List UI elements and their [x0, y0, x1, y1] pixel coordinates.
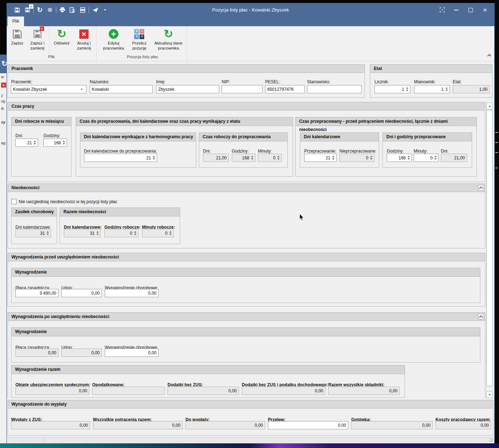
group-wynagrodzenie-po: Wynagrodzenie — [11, 327, 480, 363]
background-fragment: ik — [1, 106, 4, 111]
section-wyplata-header: Wynagrodzenie do wypłaty — [8, 400, 493, 409]
spinner-arrows-icon[interactable] — [331, 154, 335, 162]
spinner-arrows-icon[interactable] — [444, 85, 449, 93]
dni-kalendarzowe-do-przepracowania-spinner[interactable]: 21 — [84, 154, 157, 162]
czas-roboczy-godziny-spinner[interactable]: 168 — [232, 154, 255, 162]
imie-field[interactable]: Zbyszek — [156, 85, 219, 93]
window-controls: × — [435, 3, 492, 17]
save-icon[interactable] — [13, 6, 21, 14]
status-bar-divider — [43, 438, 44, 442]
ribbon-group-caption: Plik — [8, 55, 95, 61]
scroll-up-button[interactable] — [486, 103, 493, 109]
pracownik-combobox[interactable]: Kowalski Zbyszek — [11, 85, 86, 93]
gotowka-field: 0,00 — [351, 421, 433, 429]
print-preview-icon[interactable] — [69, 6, 76, 14]
dni-robocze-godziny-spinner[interactable]: 168 — [43, 139, 67, 147]
close-icon[interactable]: × — [478, 5, 492, 15]
save-and-close-icon: × — [33, 28, 42, 40]
refresh-icon: ↻ — [164, 28, 173, 40]
group-dni-robocze: Dni robocze w miesiącu — [11, 117, 71, 177]
vertical-scrollbar[interactable] — [486, 103, 492, 398]
odswiez-button[interactable]: ↻ Odśwież — [51, 26, 73, 46]
ribbon-tab-row: Plik — [7, 17, 494, 26]
zapisz-i-zamknij-button[interactable]: × Zapisz i zamknij — [27, 26, 48, 51]
dni-kalendarzowe-do-przepracowania-label: Dni kalendarzowe do przepracowania: — [84, 149, 157, 154]
collapse-wyn-po-button[interactable] — [478, 314, 484, 319]
save-and-close-icon[interactable]: x — [23, 6, 31, 14]
razem-godziny-spinner[interactable]: 0 — [104, 229, 138, 237]
spinner-arrows-icon[interactable] — [33, 139, 37, 146]
chevron-down-icon[interactable] — [79, 89, 84, 90]
button-label: Odśwież — [54, 41, 70, 46]
maximize-icon[interactable] — [463, 5, 478, 15]
czas-roboczy-minuty-spinner[interactable]: 0 — [258, 154, 282, 162]
tab-plik[interactable]: Plik — [8, 17, 24, 26]
razem-dni-spinner[interactable]: 31 — [64, 229, 101, 237]
cancel-icon[interactable]: ⊗ — [46, 6, 54, 14]
spinner-arrows-icon[interactable] — [369, 154, 373, 162]
razem-minuty-spinner[interactable]: 0 — [142, 229, 174, 237]
przepracowane-minuty-spinner[interactable]: 0 — [414, 154, 439, 162]
licznik-spinner[interactable]: 1 — [375, 85, 410, 93]
minimize-icon[interactable] — [449, 5, 463, 15]
resize-grip[interactable] — [489, 438, 493, 442]
spinner-arrows-icon[interactable] — [133, 229, 137, 237]
razem-skladniki-field: 0,00 — [328, 387, 400, 395]
stanowisko-field[interactable] — [307, 85, 362, 93]
spinner-arrows-icon[interactable] — [433, 154, 438, 162]
spinner-arrows-icon[interactable] — [276, 154, 281, 162]
spinner-arrows-icon[interactable] — [95, 229, 100, 237]
group-czas-przepracowany-header: Czas przepracowany - przed potrąceniem n… — [296, 117, 476, 126]
nieprzepracowane-spinner[interactable]: 0 — [339, 154, 375, 162]
minuty-label: Minuty: — [258, 149, 272, 154]
nieobecnosci-checkbox[interactable] — [11, 199, 17, 204]
toolbar-separator — [56, 7, 56, 13]
zasilek-dni-spinner[interactable]: 31 — [15, 229, 51, 237]
print-icon[interactable] — [58, 6, 66, 14]
button-label: Aktualizuj dane pracownika — [152, 41, 185, 51]
przelicz-pozycje-button[interactable]: + − × = Przelicz pozycję — [128, 26, 151, 51]
spinner-arrows-icon[interactable] — [152, 154, 156, 162]
dni-robocze-dni-spinner[interactable]: 21 — [15, 139, 38, 147]
spinner-arrows-icon[interactable] — [168, 229, 173, 237]
przepracowane-godziny-spinner[interactable]: 168 — [387, 154, 412, 162]
ribbon-collapse-icon[interactable] — [488, 52, 491, 59]
spinner-arrows-icon[interactable] — [62, 139, 66, 146]
nip-field[interactable] — [222, 85, 263, 93]
send-icon[interactable] — [91, 6, 99, 14]
placa-zasadnicza-field[interactable]: 3 490,00 — [15, 289, 58, 297]
przelew-field[interactable]: 0,00 — [268, 421, 348, 429]
pesel-field[interactable]: 65012797476 — [265, 85, 305, 93]
group-wynagrodzenie-po-header: Wynagrodzenie — [11, 328, 480, 336]
group-czas-roboczy-header: Czas roboczy do przepracowania — [199, 133, 287, 141]
spinner-arrows-icon[interactable] — [46, 229, 50, 237]
mouse-cursor — [299, 213, 305, 221]
pdf-icon[interactable] — [79, 6, 86, 14]
status-bar — [7, 437, 494, 443]
urlop-field[interactable]: 0,00 — [61, 289, 102, 297]
collapse-nieobecnosci-button[interactable] — [478, 185, 484, 191]
zapisz-button[interactable]: Zapisz — [8, 26, 27, 46]
nieprzepracowane-label: Nieprzepracowane: — [339, 149, 376, 154]
wynagrodzenie-chorobowe-field[interactable]: 0,00 — [105, 289, 159, 297]
ribbon-group-plik: Zapisz × Zapisz i zamknij ↻ Odśwież — [7, 26, 96, 61]
przepracowanie-spinner[interactable]: 21 — [304, 154, 336, 162]
mianownik-spinner[interactable]: 1 — [414, 85, 450, 93]
aktualizuj-dane-button[interactable]: ↻ Aktualizuj dane pracownika — [151, 26, 186, 51]
nazwisko-label: Nazwisko: — [90, 79, 109, 84]
scroll-down-button[interactable] — [486, 391, 493, 398]
scrollbar-thumb[interactable] — [486, 110, 493, 386]
nazwisko-field[interactable]: Kowalski — [90, 85, 153, 93]
edytuj-pracownika-button[interactable]: + Edytuj pracownika — [99, 26, 128, 51]
focus-icon[interactable] — [435, 5, 449, 15]
spinner-arrows-icon[interactable] — [406, 154, 411, 162]
anuluj-i-zamknij-button[interactable]: × Anuluj i zamknij — [73, 26, 95, 51]
spinner-arrows-icon[interactable] — [405, 85, 409, 93]
potracenia-field: 0,00 — [93, 421, 183, 429]
screen: ↻ w × z nij ik zy ag o x ↻ — [0, 0, 499, 448]
spinner-arrows-icon[interactable] — [250, 154, 254, 162]
dropdown-caret-icon[interactable] — [101, 6, 109, 14]
wynagrodzenie-chorobowe-po-field[interactable]: 0,00 — [105, 349, 159, 357]
refresh-icon[interactable]: ↻ — [36, 6, 44, 14]
toolbar-separator — [89, 7, 89, 13]
